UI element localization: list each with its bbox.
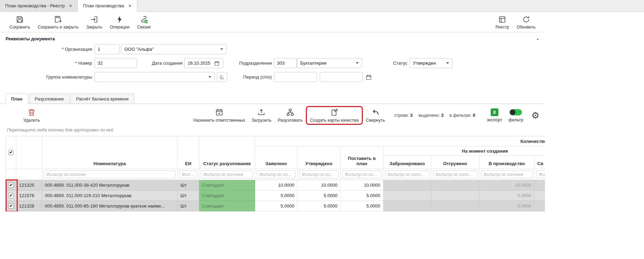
exit-icon <box>90 15 98 24</box>
registry-button[interactable]: Реестр <box>492 15 513 30</box>
filter-cell <box>479 169 535 180</box>
app-window: Сохранить Сохранить и закрыть Закрыть Оп… <box>0 12 545 211</box>
calendar-icon[interactable] <box>366 74 372 80</box>
save-label: Сохранить <box>9 25 30 30</box>
cell-in-production: 10.0000 <box>479 180 535 191</box>
close-button[interactable]: Закрыть <box>82 15 106 30</box>
division-select[interactable]: Бухгалтерия <box>297 58 362 68</box>
load-button[interactable]: Загрузить <box>248 107 275 124</box>
cell-declared: 5.0000 <box>255 191 297 201</box>
status-select[interactable]: Утвержден <box>409 58 453 68</box>
select-all-checkbox[interactable]: ✔ <box>8 150 14 155</box>
approved-filter-input[interactable] <box>299 170 339 178</box>
explode-button[interactable]: Разузловать <box>275 107 306 124</box>
header-cell-shipped[interactable]: Отгружено <box>431 156 479 169</box>
delete-label: Удалить <box>23 118 40 123</box>
period-to-field[interactable] <box>320 72 363 82</box>
cell-clipped <box>535 180 545 191</box>
header-cell-approved[interactable]: Утверждено <box>297 146 341 169</box>
declared-filter-input[interactable] <box>257 170 295 178</box>
operations-button[interactable]: Операции <box>106 15 133 30</box>
cell-to-plan: 10.0000 <box>341 180 383 191</box>
registry-label: Реестр <box>496 25 509 30</box>
nomenclature-filter-input[interactable] <box>44 170 176 178</box>
table-row[interactable]: ✔ 121325 000.4859. 011.000-38-420 Металл… <box>6 180 545 191</box>
to-plan-filter-input[interactable] <box>342 170 381 178</box>
reserved-filter-input[interactable] <box>385 170 429 178</box>
tab-plan[interactable]: План <box>6 94 28 104</box>
table-row[interactable]: ✔ 121576 000.4859. 011.000-119-210 Метал… <box>6 191 545 201</box>
row-checkbox[interactable]: ✔ <box>8 203 14 209</box>
period-from-field[interactable] <box>274 72 317 82</box>
export-excel-button[interactable]: X экспорт <box>484 107 505 123</box>
status-value: Утвержден <box>413 60 444 66</box>
header-cell-in-production[interactable]: В производство <box>479 156 535 169</box>
filter-cell <box>341 169 383 180</box>
header-cell-unit[interactable]: ЕИ <box>178 136 199 169</box>
created-date-field[interactable]: 16.10.2025 <box>184 58 223 68</box>
tab-explosion[interactable]: Разузлование <box>29 94 70 104</box>
lightning-icon <box>115 15 124 24</box>
header-group-on-creation: На момент создания <box>383 146 545 156</box>
settings-gear-icon[interactable]: ⚙ <box>531 111 539 120</box>
header-cell-to-plan[interactable]: Поставить в план <box>341 146 383 169</box>
rows-counter: строки:3 <box>394 113 413 118</box>
unit-filter-input[interactable] <box>179 170 197 178</box>
plan-tabbar: План Разузлование Расчёт баланса времени <box>0 94 545 104</box>
status-filter-input[interactable] <box>201 170 253 178</box>
save-icon <box>16 15 24 24</box>
row-checkbox[interactable]: ✔ <box>8 183 14 188</box>
organization-code-field[interactable] <box>95 44 120 54</box>
close-icon[interactable]: ✕ <box>69 4 72 8</box>
close-icon[interactable]: ✕ <box>128 4 132 8</box>
assign-calendar-icon <box>215 108 223 116</box>
registry-icon <box>498 15 506 24</box>
links-button[interactable]: Связки <box>133 15 154 30</box>
assign-responsible-button[interactable]: Назначить ответственных <box>190 107 248 124</box>
header-cell-explosion-status[interactable]: Статус разузлования <box>199 136 255 169</box>
filter-cell <box>255 169 297 180</box>
header-cell-nomenclature[interactable]: Номенклатура <box>42 136 178 169</box>
header-cell-clipped[interactable]: Св <box>535 156 545 169</box>
export-label: экспорт <box>487 118 502 122</box>
division-code-field[interactable] <box>274 58 297 68</box>
status-label: Статус <box>382 58 407 68</box>
cell-unit: Шт <box>178 201 199 211</box>
cell-checkbox: ✔ <box>6 191 16 201</box>
tab-plan-document[interactable]: План производства ✕ <box>78 0 137 12</box>
in-production-filter-input[interactable] <box>481 170 532 178</box>
filter-toggle-button[interactable]: фильтр <box>505 107 527 123</box>
clipped-filter-input[interactable] <box>536 170 545 178</box>
filter-cell <box>178 169 199 180</box>
calendar-icon[interactable] <box>214 60 220 66</box>
created-label: Дата создания <box>137 58 182 68</box>
create-quality-cards-button[interactable]: Создать карты качества <box>306 106 363 125</box>
organization-select[interactable]: ООО "Альфа" <box>121 44 227 54</box>
collapse-rows-button[interactable]: Свернуть <box>363 107 388 124</box>
delete-button[interactable]: Удалить <box>20 107 43 124</box>
save-button[interactable]: Сохранить <box>6 15 34 30</box>
header-cell-id[interactable] <box>16 136 42 169</box>
nomen-group-label: Группа номенклатуры <box>0 72 92 82</box>
table-row[interactable]: ✔ 121328 000.4859. 011.000-65-180 Металл… <box>6 201 545 211</box>
header-cell-declared[interactable]: Заявлено <box>255 146 297 169</box>
shipped-filter-input[interactable] <box>433 170 477 178</box>
cell-reserved <box>383 201 431 211</box>
nomen-group-select[interactable] <box>95 72 215 82</box>
row-checkbox[interactable]: ✔ <box>8 193 14 198</box>
save-and-close-button[interactable]: Сохранить и закрыть <box>34 15 82 30</box>
refresh-button[interactable]: Обновить <box>513 15 539 30</box>
number-field[interactable] <box>95 58 137 68</box>
tab-time-balance[interactable]: Расчёт баланса времени <box>71 94 134 104</box>
header-cell-checkbox: ✔ <box>6 136 16 169</box>
tab-plan-registry[interactable]: План производства - Реестр ✕ <box>0 0 78 11</box>
undo-arrow-icon <box>371 108 380 116</box>
filter-toggle-switch[interactable] <box>510 109 522 115</box>
nomen-group-tree-button[interactable] <box>217 72 227 82</box>
division-value: Бухгалтерия <box>300 60 354 66</box>
cell-approved: 10.0000 <box>297 180 341 191</box>
collapse-section-icon[interactable]: ▲ <box>536 37 539 41</box>
document-plus-icon <box>330 108 339 116</box>
header-cell-reserved[interactable]: Забронировано <box>383 156 431 169</box>
number-label: * Номер <box>0 58 92 68</box>
